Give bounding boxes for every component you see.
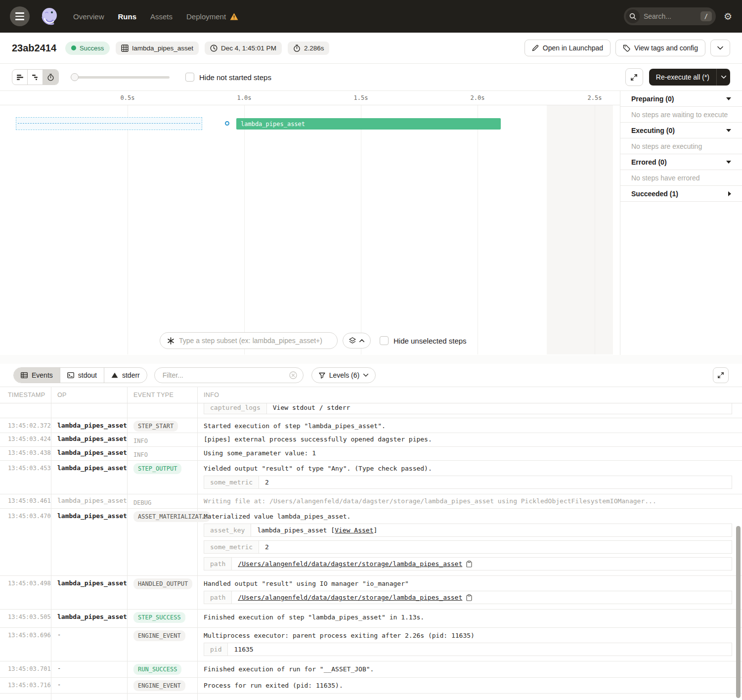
gantt-fullscreen-button[interactable] xyxy=(625,68,643,86)
step-subset-input[interactable] xyxy=(179,337,330,345)
log-row[interactable]: 13:45:03.453 lambda_pipes_asset STEP_OUT… xyxy=(0,461,742,494)
dagster-logo-icon[interactable] xyxy=(39,5,60,27)
stopwatch-icon xyxy=(47,74,54,81)
job-pill[interactable]: lambda_pipes_asset xyxy=(116,42,199,55)
slider-knob[interactable] xyxy=(71,73,79,81)
graph-query-toggle-button[interactable] xyxy=(343,333,371,349)
log-timestamp: 13:45:03.438 xyxy=(0,447,51,460)
chevron-down-icon xyxy=(363,374,368,377)
caret-down-icon[interactable] xyxy=(726,129,731,132)
gantt-plot: lambda_pipes_asset xyxy=(0,105,620,354)
panel-executing-title: Executing (0) xyxy=(631,127,675,134)
metadata-key: some_metric xyxy=(204,476,259,488)
layers-icon xyxy=(349,337,356,344)
log-timestamp: 13:45:02.372 xyxy=(0,418,51,433)
search-input[interactable] xyxy=(640,12,700,20)
reexecute-dropdown-button[interactable] xyxy=(716,69,730,86)
log-info: Materialized value lambda_pipes_asset. xyxy=(204,513,350,520)
caret-down-icon[interactable] xyxy=(726,161,731,164)
tab-stdout[interactable]: stdout xyxy=(60,368,104,383)
axis-tick: 2.5s xyxy=(588,94,602,101)
path-link[interactable]: /Users/alangenfeld/data/dagster/storage/… xyxy=(238,560,462,568)
tag-icon xyxy=(623,44,630,52)
col-op: OP xyxy=(51,387,128,403)
open-in-launchpad-button[interactable]: Open in Launchpad xyxy=(524,40,611,56)
logs-fullscreen-button[interactable] xyxy=(713,367,729,383)
event-type-badge: STEP_SUCCESS xyxy=(133,612,185,623)
log-row[interactable]: 13:45:03.424 lambda_pipes_asset INFO [pi… xyxy=(0,433,742,447)
log-timestamp: 13:45:03.505 xyxy=(0,610,51,627)
log-row[interactable]: 13:45:02.372 lambda_pipes_asset STEP_STA… xyxy=(0,418,742,433)
run-actions-dropdown-button[interactable] xyxy=(710,40,730,56)
nav-runs-label: Runs xyxy=(118,12,137,21)
panel-section-succeeded[interactable]: Succeeded (1) xyxy=(620,186,742,202)
panel-resize-handle[interactable] xyxy=(0,355,742,364)
log-op: lambda_pipes_asset xyxy=(51,509,128,575)
event-type-badge: ENGINE_EVENT xyxy=(133,630,185,641)
panel-section-executing[interactable]: Executing (0) xyxy=(620,123,742,138)
tab-stderr[interactable]: stderr xyxy=(104,368,147,383)
copy-icon[interactable] xyxy=(466,561,472,568)
view-mode-timed-button[interactable] xyxy=(43,70,58,85)
view-tags-config-button[interactable]: View tags and config xyxy=(615,40,705,56)
metadata-entry: asset_key lambda_pipes_asset [View Asset… xyxy=(204,524,732,537)
hide-unselected-checkbox[interactable] xyxy=(380,336,389,345)
metadata-entry: pid 11635 xyxy=(204,643,732,656)
view-mode-waterfall-button[interactable] xyxy=(28,70,43,85)
log-info: Process for run exited (pid: 11635). xyxy=(204,682,343,689)
log-row[interactable]: 13:45:03.498 lambda_pipes_asset HANDLED_… xyxy=(0,576,742,610)
nav-deployment[interactable]: Deployment xyxy=(186,12,238,21)
panel-section-errored[interactable]: Errored (0) xyxy=(620,154,742,170)
log-filter-box xyxy=(154,367,304,383)
gear-icon[interactable]: ⚙ xyxy=(724,12,732,21)
hide-not-started-checkbox[interactable] xyxy=(185,73,194,82)
log-row[interactable]: 13:45:03.701 - RUN_SUCCESS Finished exec… xyxy=(0,661,742,678)
caret-right-icon[interactable] xyxy=(728,191,731,196)
levels-filter-button[interactable]: Levels (6) xyxy=(311,367,376,383)
log-filter-input[interactable] xyxy=(163,371,289,379)
reexecute-all-button[interactable]: Re-execute all (*) xyxy=(649,69,716,86)
gantt-step-bar[interactable]: lambda_pipes_asset xyxy=(236,118,501,130)
nav-overview[interactable]: Overview xyxy=(73,12,104,21)
clear-filter-icon[interactable] xyxy=(289,371,297,379)
log-row[interactable]: 13:45:03.696 - ENGINE_EVENT Multiprocess… xyxy=(0,628,742,661)
warning-icon xyxy=(230,13,238,20)
path-link[interactable]: /Users/alangenfeld/data/dagster/storage/… xyxy=(238,594,462,601)
view-mode-flat-button[interactable] xyxy=(12,70,28,85)
log-op: lambda_pipes_asset xyxy=(51,447,128,460)
gantt-toolbar: Hide not started steps Re-execute all (*… xyxy=(0,64,742,91)
col-event-type: EVENT TYPE xyxy=(128,387,198,403)
tab-events[interactable]: Events xyxy=(14,368,60,383)
gantt-step-marker-icon[interactable] xyxy=(225,121,229,126)
search-box[interactable]: / xyxy=(624,7,716,25)
chevron-down-icon xyxy=(717,46,723,50)
log-row[interactable]: 13:45:03.470 lambda_pipes_asset ASSET_MA… xyxy=(0,509,742,576)
nav-runs[interactable]: Runs xyxy=(118,12,137,21)
nav-assets[interactable]: Assets xyxy=(150,12,173,21)
view-stdout-stderr-link[interactable]: View stdout / stderr xyxy=(273,404,350,411)
gantt-after-run-region xyxy=(547,105,613,354)
run-duration: 2.286s xyxy=(304,44,324,52)
axis-tick: 1.0s xyxy=(237,94,252,101)
slider-track xyxy=(71,76,170,79)
panel-section-preparing[interactable]: Preparing (0) xyxy=(620,91,742,107)
scrollbar-thumb[interactable] xyxy=(736,526,741,698)
step-status-panel: Preparing (0) No steps are waiting to ex… xyxy=(620,91,742,355)
caret-down-icon[interactable] xyxy=(726,97,731,100)
log-row[interactable]: 13:45:03.461 lambda_pipes_asset DEBUG Wr… xyxy=(0,494,742,509)
menu-icon[interactable] xyxy=(10,6,30,26)
log-row[interactable]: 13:45:03.505 lambda_pipes_asset STEP_SUC… xyxy=(0,610,742,628)
events-table-icon xyxy=(21,372,28,378)
log-table-body: captured_logs View stdout / stderr 13:45… xyxy=(0,403,742,700)
search-shortcut-badge: / xyxy=(700,11,712,21)
view-asset-link[interactable]: View Asset xyxy=(335,526,373,534)
copy-icon[interactable] xyxy=(466,594,472,601)
gantt-zoom-slider[interactable] xyxy=(71,73,170,81)
panel-errored-title: Errored (0) xyxy=(631,158,667,166)
log-row[interactable]: 13:45:03.716 - ENGINE_EVENT Process for … xyxy=(0,678,742,694)
log-row[interactable]: 13:45:03.438 lambda_pipes_asset INFO Usi… xyxy=(0,447,742,461)
logs-toolbar: Events stdout stderr Levels (6) xyxy=(0,364,742,387)
metadata-entry: some_metric 2 xyxy=(204,540,732,554)
metadata-entry: captured_logs View stdout / stderr xyxy=(204,403,732,414)
log-info: Yielded output "result" of type "Any". (… xyxy=(204,465,432,472)
